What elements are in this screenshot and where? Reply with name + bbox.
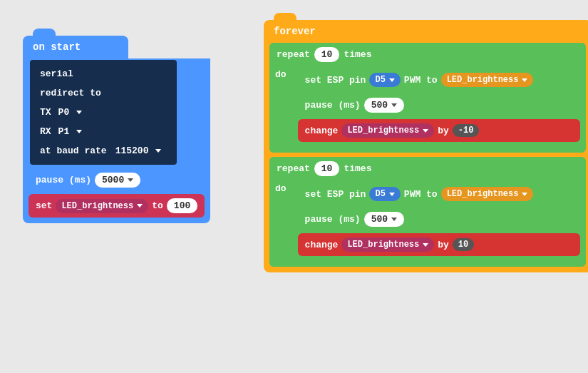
- rx-label: RX: [40, 126, 51, 137]
- repeat1-body: set ESP pin D5 PWM to LED_brightness: [292, 66, 586, 144]
- repeat2-header[interactable]: repeat 10 times: [269, 157, 586, 180]
- repeat2-do-row: do set ESP pin D5 PWM to LED_b: [269, 180, 586, 258]
- tx-dropdown-icon[interactable]: [76, 111, 82, 114]
- tx-row: TX P0: [30, 103, 177, 122]
- serial-row: serial: [30, 64, 177, 83]
- esp1-label: set ESP pin: [305, 75, 366, 86]
- change2-var-dropdown[interactable]: [423, 243, 428, 247]
- change1-label: change: [305, 126, 339, 136]
- esp1-pwm-label: PWM to: [404, 75, 438, 86]
- pause2-label: pause (ms): [305, 214, 361, 225]
- repeat2-label: repeat: [277, 163, 310, 174]
- repeat1-times-label: times: [344, 49, 371, 60]
- repeat1-do-label: do: [269, 66, 292, 144]
- repeat2-times-pill[interactable]: 10: [314, 161, 340, 176]
- forever-label: forever: [274, 26, 316, 37]
- forever-block[interactable]: forever: [264, 20, 588, 43]
- change1-by-label: by: [438, 126, 449, 136]
- esp1-var-pill[interactable]: LED_brightness: [441, 73, 534, 87]
- esp-block-1[interactable]: set ESP pin D5 PWM to LED_brightness: [298, 68, 580, 91]
- repeat2-times-label: times: [344, 163, 371, 174]
- change2-var-pill[interactable]: LED_brightness: [341, 237, 434, 252]
- baud-label: at baud rate: [40, 145, 107, 156]
- change2-by-label: by: [438, 240, 449, 250]
- esp2-pwm-label: PWM to: [404, 189, 438, 200]
- change2-label: change: [305, 240, 339, 250]
- esp1-pin-dropdown[interactable]: [389, 78, 395, 82]
- pause-left-label: pause (ms): [36, 175, 91, 185]
- esp-block-2[interactable]: set ESP pin D5 PWM to LED_brightness: [298, 183, 580, 205]
- set-value-pill[interactable]: 100: [167, 198, 197, 213]
- pause2-value-pill[interactable]: 500: [364, 212, 404, 227]
- esp2-label: set ESP pin: [305, 189, 366, 200]
- tx-label: TX: [40, 107, 51, 118]
- baud-dropdown-icon[interactable]: [155, 149, 161, 153]
- esp2-pin-pill[interactable]: D5: [369, 187, 400, 201]
- pause-block-1[interactable]: pause (ms) 500: [298, 93, 580, 117]
- repeat1-times-pill[interactable]: 10: [314, 47, 340, 62]
- rx-pin-label: P1: [58, 126, 70, 137]
- serial-redirect-row: redirect to: [30, 83, 177, 103]
- serial-popup: serial redirect to TX P0 RX P1 at baud r…: [29, 58, 178, 166]
- repeat2-block[interactable]: repeat 10 times do set ESP pin: [269, 157, 586, 267]
- repeat2-body: set ESP pin D5 PWM to LED_brightness: [292, 180, 586, 258]
- forever-body: repeat 10 times do set ESP pin: [264, 43, 588, 272]
- on-start-block[interactable]: on start: [23, 36, 128, 58]
- pause1-dropdown[interactable]: [391, 103, 397, 107]
- change1-var-pill[interactable]: LED_brightness: [341, 123, 434, 138]
- esp1-pin-pill[interactable]: D5: [369, 73, 400, 87]
- repeat1-label: repeat: [277, 49, 310, 60]
- pause-block-2[interactable]: pause (ms) 500: [298, 208, 580, 231]
- repeat1-do-row: do set ESP pin D5 PWM to LED_b: [269, 66, 586, 144]
- set-to-label: to: [152, 200, 163, 211]
- baud-value: 115200: [115, 145, 149, 156]
- repeat2-cap: [269, 258, 586, 267]
- pause2-dropdown[interactable]: [391, 218, 397, 221]
- esp2-pin-dropdown[interactable]: [389, 193, 395, 196]
- set-left-label: set: [36, 200, 52, 211]
- set-var-dropdown[interactable]: [137, 204, 143, 208]
- change-block-2[interactable]: change LED_brightness by 10: [298, 233, 580, 256]
- serial-label: serial: [40, 68, 73, 79]
- repeat2-do-label: do: [269, 180, 292, 258]
- repeat1-cap: [269, 144, 586, 153]
- baud-row: at baud rate 115200: [30, 141, 177, 160]
- repeat1-block[interactable]: repeat 10 times do set ESP pin: [269, 43, 586, 153]
- on-start-body: serial redirect to TX P0 RX P1 at baud r…: [23, 58, 210, 223]
- on-start-label: on start: [33, 41, 81, 53]
- change2-value-pill[interactable]: 10: [453, 238, 474, 251]
- esp2-var-pill[interactable]: LED_brightness: [441, 187, 534, 201]
- pause-left-value[interactable]: 5000: [95, 173, 140, 188]
- change1-value-pill[interactable]: -10: [453, 124, 480, 137]
- esp1-var-dropdown[interactable]: [522, 78, 527, 82]
- pause1-value-pill[interactable]: 500: [364, 98, 404, 113]
- pause1-label: pause (ms): [305, 100, 361, 111]
- esp2-var-dropdown[interactable]: [522, 193, 527, 196]
- on-start-stack: on start serial redirect to TX P0 RX: [23, 36, 210, 223]
- rx-dropdown-icon[interactable]: [76, 130, 82, 133]
- tx-pin-label: P0: [58, 107, 70, 118]
- change-block-1[interactable]: change LED_brightness by -10: [298, 119, 580, 142]
- forever-stack: forever repeat 10 times do: [264, 20, 588, 272]
- repeat1-header[interactable]: repeat 10 times: [269, 43, 586, 66]
- change1-var-dropdown[interactable]: [423, 129, 428, 133]
- pause-block-left[interactable]: pause (ms) 5000: [29, 168, 205, 192]
- set-block-left[interactable]: set LED_brightness to 100: [29, 194, 205, 218]
- pause-left-dropdown[interactable]: [128, 178, 133, 182]
- workspace: on start serial redirect to TX P0 RX: [0, 0, 588, 373]
- serial-redirect-label: redirect to: [40, 88, 101, 98]
- set-var-pill[interactable]: LED_brightness: [56, 199, 148, 213]
- rx-row: RX P1: [30, 122, 177, 141]
